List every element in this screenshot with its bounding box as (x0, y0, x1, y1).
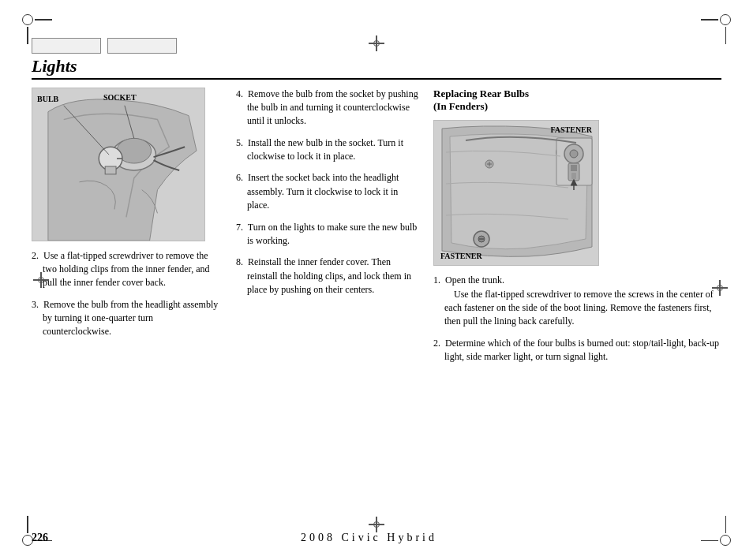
step-2-text: 2. Use a flat-tipped screwdriver to remo… (32, 249, 223, 290)
svg-rect-17 (571, 173, 576, 179)
replacing-title-line2: (In Fenders) (433, 100, 488, 112)
svg-rect-4 (105, 166, 116, 174)
right-step-1-text: 1. Open the trunk. Use the flat-tipped s… (433, 274, 721, 329)
corner-mark-tr (717, 14, 731, 28)
step-6-text: 6. Insert the socket back into the headl… (236, 171, 419, 212)
step-8: 8. Reinstall the inner fender cover. The… (236, 256, 419, 297)
tab-boxes (32, 38, 721, 54)
page-title: Lights (32, 56, 721, 77)
step-2: 2. Use a flat-tipped screwdriver to remo… (32, 249, 223, 290)
left-diagram: BULB SOCKET (32, 88, 205, 241)
corner-mark-tl (22, 14, 36, 28)
right-step-1: 1. Open the trunk. Use the flat-tipped s… (433, 274, 721, 329)
step-5: 5. Install the new bulb in the socket. T… (236, 136, 419, 164)
step-7-text: 7. Turn on the lights to make sure the n… (236, 221, 419, 248)
left-column: BULB SOCKET (32, 88, 233, 372)
fastener-label-top: FASTENER (550, 125, 592, 134)
left-diagram-svg (32, 88, 204, 241)
label-socket: SOCKET (103, 93, 137, 102)
replacing-rear-bulbs-title: Replacing Rear Bulbs (In Fenders) (433, 88, 721, 114)
svg-rect-16 (571, 165, 577, 171)
right-diagram-svg (434, 121, 599, 266)
tab-box-1 (32, 38, 101, 54)
step-4: 4. Remove the bulb from the socket by pu… (236, 88, 419, 129)
step-4-text: 4. Remove the bulb from the socket by pu… (236, 88, 419, 129)
step-3: 3. Remove the bulb from the headlight as… (32, 298, 223, 339)
page-number: 226 (32, 532, 48, 544)
step-7: 7. Turn on the lights to make sure the n… (236, 221, 419, 248)
step-8-text: 8. Reinstall the inner fender cover. The… (236, 256, 419, 297)
crosshair-left (33, 272, 49, 288)
footer: 226 2008 Civic Hybrid (32, 532, 721, 544)
footer-title: 2008 Civic Hybrid (301, 532, 437, 544)
tab-box-2 (107, 38, 177, 54)
right-step-2: 2. Determine which of the four bulbs is … (433, 337, 721, 364)
fastener-label-bottom: FASTENER (440, 252, 482, 260)
right-column: Replacing Rear Bulbs (In Fenders) FASTEN… (430, 88, 721, 372)
svg-point-14 (570, 150, 578, 158)
middle-column: 4. Remove the bulb from the socket by pu… (233, 88, 430, 372)
main-content: BULB SOCKET (32, 88, 721, 372)
right-step-2-text: 2. Determine which of the four bulbs is … (433, 337, 721, 364)
step-3-text: 3. Remove the bulb from the headlight as… (32, 298, 223, 339)
right-diagram: FASTENER FASTENER (433, 120, 599, 266)
step-6: 6. Insert the socket back into the headl… (236, 171, 419, 212)
replacing-title-line1: Replacing Rear Bulbs (433, 88, 529, 99)
step-5-text: 5. Install the new bulb in the socket. T… (236, 136, 419, 164)
page: Lights BULB SOCKET (0, 0, 753, 560)
header: Lights (32, 38, 721, 80)
header-line (32, 78, 721, 80)
crosshair-right (712, 280, 728, 296)
crosshair-bottom (369, 517, 384, 532)
label-bulb: BULB (37, 95, 58, 103)
